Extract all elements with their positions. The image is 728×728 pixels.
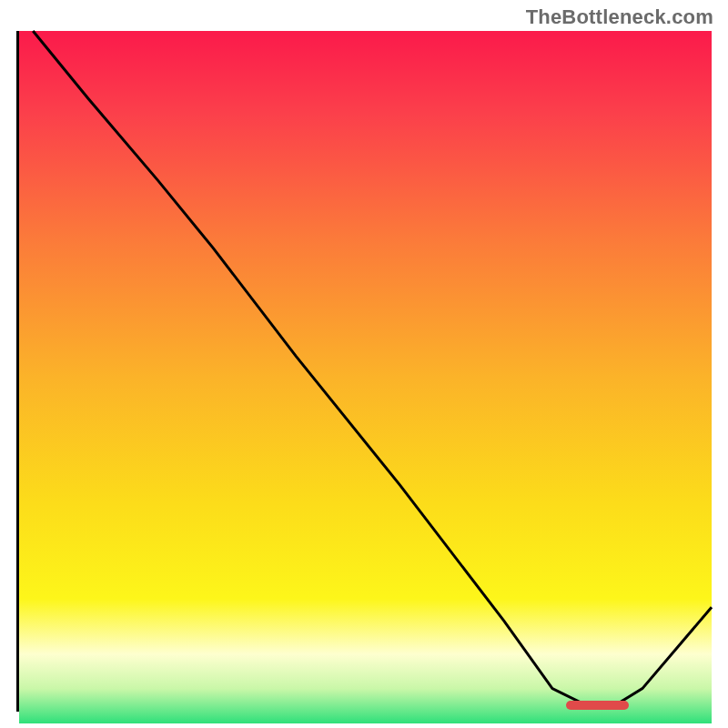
bottleneck-curve: [19, 31, 712, 709]
optimal-marker: OPTIMAL: [566, 701, 628, 710]
chart-container: TheBottleneck.com OPTIMAL: [0, 0, 728, 728]
plot-area: OPTIMAL: [16, 31, 712, 712]
watermark-text: TheBottleneck.com: [526, 5, 713, 29]
